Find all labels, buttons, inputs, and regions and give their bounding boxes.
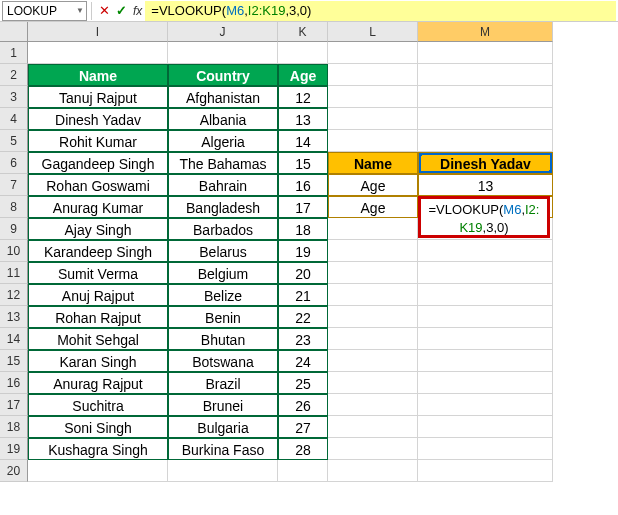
row-header[interactable]: 5 xyxy=(0,130,28,152)
cell-name[interactable]: Anuj Rajput xyxy=(28,284,168,306)
row-header[interactable]: 3 xyxy=(0,86,28,108)
cell[interactable] xyxy=(28,460,168,482)
row-header[interactable]: 18 xyxy=(0,416,28,438)
cell[interactable] xyxy=(328,108,418,130)
cell[interactable] xyxy=(418,372,553,394)
cell-name[interactable]: Karandeep Singh xyxy=(28,240,168,262)
cell-age[interactable]: 22 xyxy=(278,306,328,328)
cell-country[interactable]: Burkina Faso xyxy=(168,438,278,460)
cell-country[interactable]: Benin xyxy=(168,306,278,328)
cell-country[interactable]: The Bahamas xyxy=(168,152,278,174)
cell-country[interactable]: Belize xyxy=(168,284,278,306)
cell[interactable] xyxy=(328,262,418,284)
cell[interactable] xyxy=(418,328,553,350)
cell-age[interactable]: 19 xyxy=(278,240,328,262)
row-header[interactable]: 20 xyxy=(0,460,28,482)
col-header-J[interactable]: J xyxy=(168,22,278,42)
row-header[interactable]: 9 xyxy=(0,218,28,240)
row-header[interactable]: 14 xyxy=(0,328,28,350)
cell-age[interactable]: 25 xyxy=(278,372,328,394)
name-box[interactable]: LOOKUP ▼ xyxy=(2,1,87,21)
row-header[interactable]: 16 xyxy=(0,372,28,394)
col-header-L[interactable]: L xyxy=(328,22,418,42)
cell-name[interactable]: Rohan Goswami xyxy=(28,174,168,196)
cell-age[interactable]: 26 xyxy=(278,394,328,416)
cell[interactable] xyxy=(418,130,553,152)
cell-country[interactable]: Botswana xyxy=(168,350,278,372)
cell-age[interactable]: 17 xyxy=(278,196,328,218)
col-header-K[interactable]: K xyxy=(278,22,328,42)
side-header-name[interactable]: Name xyxy=(328,152,418,174)
cell-name[interactable]: Gagandeep Singh xyxy=(28,152,168,174)
cell[interactable] xyxy=(418,438,553,460)
row-header[interactable]: 2 xyxy=(0,64,28,86)
cell[interactable] xyxy=(278,460,328,482)
cell[interactable] xyxy=(168,42,278,64)
cell[interactable] xyxy=(328,416,418,438)
cell[interactable] xyxy=(328,306,418,328)
formula-input[interactable]: =VLOOKUP(M6,I2:K19,3,0) xyxy=(145,1,616,21)
cell[interactable] xyxy=(418,350,553,372)
cell[interactable] xyxy=(168,460,278,482)
cell[interactable] xyxy=(328,240,418,262)
row-header[interactable]: 1 xyxy=(0,42,28,64)
cell-name[interactable]: Rohit Kumar xyxy=(28,130,168,152)
cell[interactable] xyxy=(328,350,418,372)
cell-name[interactable]: Rohan Rajput xyxy=(28,306,168,328)
row-header[interactable]: 17 xyxy=(0,394,28,416)
row-header[interactable]: 11 xyxy=(0,262,28,284)
cell[interactable] xyxy=(328,372,418,394)
cell-age[interactable]: 20 xyxy=(278,262,328,284)
cell[interactable] xyxy=(418,306,553,328)
cell[interactable] xyxy=(278,42,328,64)
fx-icon[interactable]: fx xyxy=(130,4,145,18)
col-header-M[interactable]: M xyxy=(418,22,553,42)
row-header[interactable]: 6 xyxy=(0,152,28,174)
cell-age[interactable]: 12 xyxy=(278,86,328,108)
side-label-age[interactable]: Age xyxy=(328,174,418,196)
cell-age[interactable]: 16 xyxy=(278,174,328,196)
cell-age[interactable]: 18 xyxy=(278,218,328,240)
cell-country[interactable]: Brazil xyxy=(168,372,278,394)
cell[interactable] xyxy=(328,42,418,64)
table-header-age[interactable]: Age xyxy=(278,64,328,86)
table-header-country[interactable]: Country xyxy=(168,64,278,86)
cell-age[interactable]: 15 xyxy=(278,152,328,174)
cell[interactable] xyxy=(418,108,553,130)
cell-name[interactable]: Soni Singh xyxy=(28,416,168,438)
cell[interactable] xyxy=(328,130,418,152)
cell-name[interactable]: Sumit Verma xyxy=(28,262,168,284)
cell-country[interactable]: Bulgaria xyxy=(168,416,278,438)
cell-name[interactable]: Karan Singh xyxy=(28,350,168,372)
cell-country[interactable]: Algeria xyxy=(168,130,278,152)
cell[interactable] xyxy=(328,460,418,482)
cell-age[interactable]: 28 xyxy=(278,438,328,460)
lookup-value-cell[interactable]: Dinesh Yadav xyxy=(418,152,553,174)
cell[interactable] xyxy=(28,42,168,64)
cell[interactable] xyxy=(328,328,418,350)
cell[interactable] xyxy=(418,240,553,262)
dropdown-icon[interactable]: ▼ xyxy=(76,6,84,15)
cell[interactable] xyxy=(418,416,553,438)
cell[interactable] xyxy=(418,86,553,108)
cell-name[interactable]: Tanuj Rajput xyxy=(28,86,168,108)
cell-country[interactable]: Bhutan xyxy=(168,328,278,350)
side-label-age[interactable]: Age xyxy=(328,196,418,218)
cell[interactable] xyxy=(328,394,418,416)
cell-country[interactable]: Belgium xyxy=(168,262,278,284)
cell-name[interactable]: Anurag Rajput xyxy=(28,372,168,394)
cell-age[interactable]: 13 xyxy=(278,108,328,130)
table-header-name[interactable]: Name xyxy=(28,64,168,86)
cell-age[interactable]: 14 xyxy=(278,130,328,152)
side-result[interactable]: 13 xyxy=(418,174,553,196)
row-header[interactable]: 10 xyxy=(0,240,28,262)
cell-age[interactable]: 24 xyxy=(278,350,328,372)
row-header[interactable]: 13 xyxy=(0,306,28,328)
cell-country[interactable]: Albania xyxy=(168,108,278,130)
cancel-icon[interactable]: ✕ xyxy=(96,3,113,18)
cell-name[interactable]: Kushagra Singh xyxy=(28,438,168,460)
cell[interactable] xyxy=(418,460,553,482)
select-all-corner[interactable] xyxy=(0,22,28,42)
row-header[interactable]: 12 xyxy=(0,284,28,306)
cell-country[interactable]: Brunei xyxy=(168,394,278,416)
